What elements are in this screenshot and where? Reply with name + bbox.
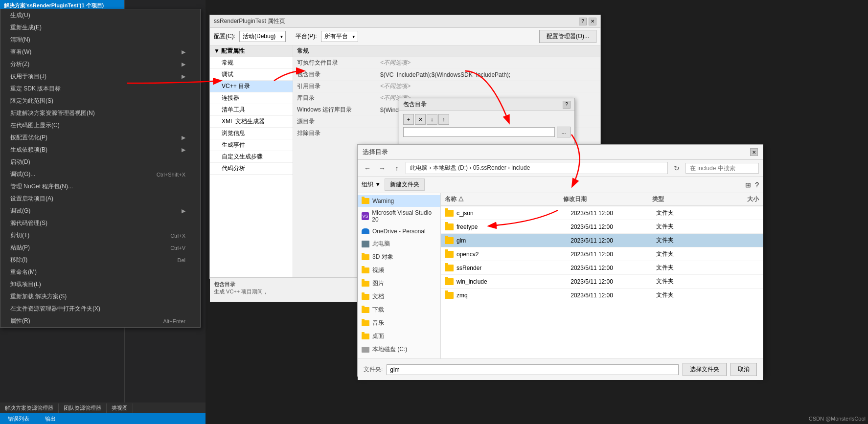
fb-view-icon[interactable]: ⊞ bbox=[745, 181, 751, 189]
fb-sidebar-item-4[interactable]: 3D 对象 bbox=[358, 250, 440, 264]
status-tab-0[interactable]: 错误列表 bbox=[4, 414, 33, 424]
props-help-btn[interactable]: ? bbox=[579, 18, 587, 25]
include-down-btn[interactable]: ↓ bbox=[427, 114, 437, 125]
include-dialog-title: 包含目录 bbox=[403, 100, 427, 109]
pt-item-9[interactable]: 代码分析 bbox=[210, 163, 293, 175]
cm-item-16[interactable]: 调试(G)▶ bbox=[0, 205, 200, 217]
cm-item-8[interactable]: 新建解决方案资源管理器视图(N) bbox=[0, 107, 200, 119]
fb-sidebar-item-3[interactable]: 此电脑 bbox=[358, 237, 440, 250]
fb-sidebar-item-10[interactable]: 桌面 bbox=[358, 330, 440, 343]
props-close-btn[interactable]: ✕ bbox=[589, 18, 596, 25]
cm-item-21[interactable]: 重命名(M) bbox=[0, 266, 200, 278]
fb-search-input[interactable] bbox=[685, 163, 759, 174]
pt-item-1[interactable]: 调试 bbox=[210, 69, 293, 81]
bottom-tab-1[interactable]: 团队资源管理器 bbox=[59, 403, 107, 413]
props-row-2[interactable]: 引用目录<不同选项> bbox=[293, 81, 600, 92]
folder-icon bbox=[362, 320, 369, 326]
fb-file-row-2[interactable]: glm 2023/5/11 12:00 文件夹 bbox=[441, 234, 763, 247]
file-folder-icon-2 bbox=[445, 237, 454, 244]
pt-item-3[interactable]: 连接器 bbox=[210, 92, 293, 104]
fb-sidebar-item-11[interactable]: 本地磁盘 (C:) bbox=[358, 343, 440, 356]
cm-item-4[interactable]: 分析(Z)▶ bbox=[0, 58, 200, 70]
status-tab-1[interactable]: 输出 bbox=[41, 414, 60, 424]
cm-label-19: 粘贴(P) bbox=[10, 244, 30, 252]
cm-item-7[interactable]: 限定为此范围(S) bbox=[0, 95, 200, 107]
fb-confirm-btn[interactable]: 选择文件夹 bbox=[683, 363, 727, 376]
cm-item-18[interactable]: 剪切(T)Ctrl+X bbox=[0, 229, 200, 242]
include-help-btn[interactable]: ? bbox=[563, 101, 571, 109]
cm-item-10[interactable]: 按配置优化(P)▶ bbox=[0, 132, 200, 144]
fb-sidebar-item-8[interactable]: 下载 bbox=[358, 303, 440, 316]
cm-item-12[interactable]: 启动(D) bbox=[0, 156, 200, 168]
fb-close-btn[interactable]: ✕ bbox=[750, 148, 758, 156]
fb-col-name-header[interactable]: 名称 △ bbox=[445, 195, 563, 203]
fb-file-row-1[interactable]: freetype 2023/5/11 12:00 文件夹 bbox=[441, 220, 763, 234]
cm-item-11[interactable]: 生成依赖项(B)▶ bbox=[0, 144, 200, 156]
fb-cancel-btn[interactable]: 取消 bbox=[731, 363, 757, 376]
pt-item-4[interactable]: 清单工具 bbox=[210, 104, 293, 116]
fb-file-row-0[interactable]: c_json 2023/5/11 12:00 文件夹 bbox=[441, 206, 763, 220]
cm-item-22[interactable]: 卸载项目(L) bbox=[0, 278, 200, 290]
cm-item-19[interactable]: 粘贴(P)Ctrl+V bbox=[0, 242, 200, 254]
fb-help-icon[interactable]: ? bbox=[755, 181, 759, 189]
cm-label-24: 在文件资源管理器中打开文件夹(X) bbox=[10, 305, 100, 313]
cm-shortcut-11: ▶ bbox=[182, 147, 185, 153]
fb-sidebar-item-7[interactable]: 文档 bbox=[358, 290, 440, 303]
fb-sidebar-item-0[interactable]: Warning bbox=[358, 195, 440, 207]
fb-file-row-3[interactable]: opencv2 2023/5/11 12:00 文件夹 bbox=[441, 247, 763, 261]
fb-sidebar-item-6[interactable]: 图片 bbox=[358, 277, 440, 290]
fb-breadcrumb[interactable]: 此电脑 › 本地磁盘 (D:) › 05.ssRender › include bbox=[406, 162, 668, 174]
platform-dropdown[interactable]: 所有平台 bbox=[321, 31, 358, 42]
cm-item-6[interactable]: 重定 SDK 版本目标 bbox=[0, 83, 200, 95]
fb-back-btn[interactable]: ← bbox=[362, 162, 373, 174]
pt-item-2[interactable]: VC++ 目录 bbox=[210, 81, 293, 92]
include-add-btn[interactable]: + bbox=[403, 114, 414, 125]
cm-shortcut-5: ▶ bbox=[182, 73, 185, 80]
fb-sidebar-item-9[interactable]: 音乐 bbox=[358, 316, 440, 330]
cm-item-25[interactable]: 属性(R)Alt+Enter bbox=[0, 315, 200, 327]
cm-item-15[interactable]: 设置启动项目(A) bbox=[0, 193, 200, 205]
config-dropdown[interactable]: 活动(Debug) bbox=[239, 31, 286, 42]
fb-sidebar-item-1[interactable]: VSMicrosoft Visual Studio 20 bbox=[358, 207, 440, 225]
cm-item-3[interactable]: 查看(W)▶ bbox=[0, 46, 200, 58]
cm-item-20[interactable]: 移除(I)Del bbox=[0, 254, 200, 266]
cm-label-12: 启动(D) bbox=[10, 158, 30, 166]
fb-file-row-4[interactable]: ssRender 2023/5/11 12:00 文件夹 bbox=[441, 261, 763, 275]
cm-item-24[interactable]: 在文件资源管理器中打开文件夹(X) bbox=[0, 303, 200, 315]
fb-file-row-5[interactable]: win_include 2023/5/11 12:00 文件夹 bbox=[441, 275, 763, 289]
include-delete-btn[interactable]: ✕ bbox=[415, 114, 426, 125]
pt-item-7[interactable]: 生成事件 bbox=[210, 139, 293, 151]
bottom-tab-0[interactable]: 解决方案资源管理器 bbox=[0, 403, 59, 413]
bottom-tab-2[interactable]: 类视图 bbox=[107, 403, 133, 413]
pt-item-0[interactable]: 常规 bbox=[210, 57, 293, 69]
fb-new-folder-btn[interactable]: 新建文件夹 bbox=[385, 179, 425, 191]
props-row-0[interactable]: 可执行文件目录<不同选项> bbox=[293, 57, 600, 69]
include-browse-btn[interactable]: ... bbox=[557, 127, 571, 137]
include-up-btn[interactable]: ↑ bbox=[438, 114, 449, 125]
fb-sidebar-item-5[interactable]: 视频 bbox=[358, 264, 440, 277]
pt-item-6[interactable]: 浏览信息 bbox=[210, 128, 293, 139]
include-path-input[interactable] bbox=[403, 127, 555, 137]
pt-root[interactable]: ▼ 配置属性 bbox=[210, 45, 293, 57]
cm-item-5[interactable]: 仅用于项目(J)▶ bbox=[0, 70, 200, 83]
config-manager-btn[interactable]: 配置管理器(O)... bbox=[539, 30, 596, 43]
fb-sidebar-item-12[interactable]: 本地磁盘 (D:) bbox=[358, 356, 440, 358]
cm-item-13[interactable]: 调试(G)...Ctrl+Shift+X bbox=[0, 168, 200, 180]
cm-item-14[interactable]: 管理 NuGet 程序包(N)... bbox=[0, 180, 200, 193]
props-row-1[interactable]: 包含目录$(VC_IncludePath);$(WindowsSDK_Inclu… bbox=[293, 69, 600, 81]
fb-file-row-6[interactable]: zmq 2023/5/11 12:00 文件夹 bbox=[441, 289, 763, 302]
cm-item-23[interactable]: 重新加载 解决方案(S) bbox=[0, 290, 200, 303]
fb-forward-btn[interactable]: → bbox=[376, 162, 388, 174]
fb-sidebar-item-2[interactable]: OneDrive - Personal bbox=[358, 225, 440, 237]
fb-folder-input[interactable] bbox=[387, 364, 679, 375]
pt-item-5[interactable]: XML 文档生成器 bbox=[210, 116, 293, 128]
fb-up-btn[interactable]: ↑ bbox=[391, 162, 403, 174]
cm-label-13: 调试(G)... bbox=[10, 170, 35, 179]
pt-item-8[interactable]: 自定义生成步骤 bbox=[210, 151, 293, 163]
fb-refresh-btn[interactable]: ↻ bbox=[671, 162, 683, 174]
cm-item-1[interactable]: 重新生成(E) bbox=[0, 22, 200, 34]
cm-item-0[interactable]: 生成(U) bbox=[0, 9, 200, 22]
cm-item-2[interactable]: 清理(N) bbox=[0, 34, 200, 46]
cm-item-17[interactable]: 源代码管理(S) bbox=[0, 217, 200, 229]
cm-item-9[interactable]: 在代码图上显示(C) bbox=[0, 119, 200, 132]
